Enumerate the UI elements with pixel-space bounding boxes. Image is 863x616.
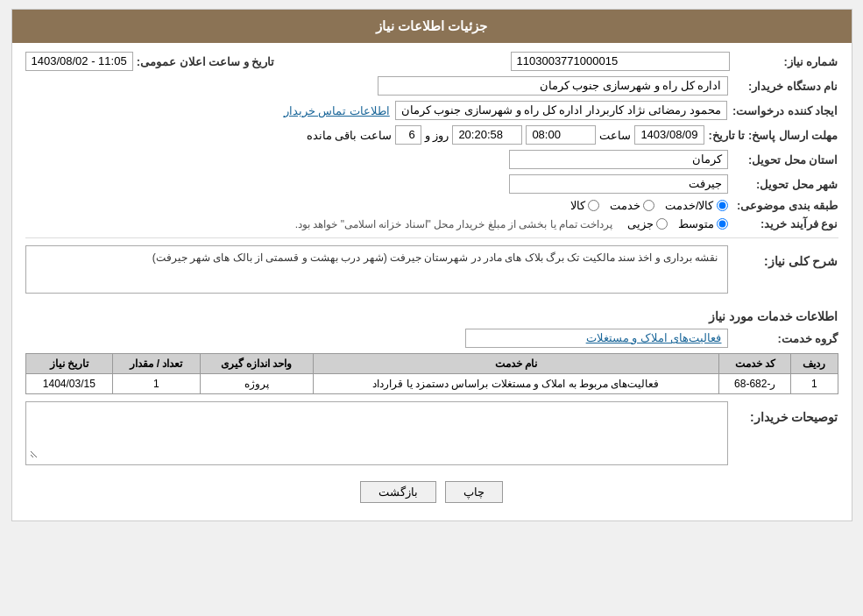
purchase-motavaset[interactable]: متوسط [678, 217, 728, 230]
category-kala-khedmat[interactable]: کالا/خدمت [665, 199, 728, 212]
col-count: تعداد / مقدار [113, 354, 201, 374]
category-khedmat-radio[interactable] [643, 200, 654, 211]
province-value: کرمان [509, 150, 728, 169]
deadline-label: مهلت ارسال پاسخ: تا تاریخ: [708, 129, 838, 142]
category-radio-group: کالا/خدمت خدمت کالا [570, 199, 728, 212]
buyer-notes-box[interactable] [25, 401, 728, 465]
group-service-value: فعالیت‌های املاک و مستغلات [465, 329, 728, 348]
deadline-time: 08:00 [526, 125, 596, 145]
creator-contact-link[interactable]: اطلاعات تماس خریدار [284, 104, 390, 117]
table-row: 1 ر-682-68 فعالیت‌های مربوط به املاک و م… [25, 374, 838, 394]
col-code: کد خدمت [719, 354, 791, 374]
buyer-notes-textarea[interactable] [30, 406, 724, 458]
group-service-label: گروه خدمت: [733, 332, 838, 345]
purchase-type-label: نوع فرآیند خرید: [733, 217, 838, 230]
category-khedmat-label: خدمت [610, 199, 640, 212]
purchase-note: پرداخت تمام یا بخشی از مبلغ خریدار محل "… [295, 218, 613, 230]
purchase-jozii-radio[interactable] [656, 218, 668, 230]
description-value: نقشه برداری و اخذ سند مالکیت تک برگ بلاک… [25, 245, 728, 294]
announce-date-label: تاریخ و ساعت اعلان عمومی: [137, 55, 275, 68]
creator-value: محمود رمضائی نژاد کاربردار اداره کل راه … [395, 101, 727, 120]
cell-date: 1404/03/15 [25, 374, 113, 394]
col-unit: واحد اندازه گیری [200, 354, 313, 374]
category-kala-radio[interactable] [588, 200, 599, 211]
province-label: استان محل تحویل: [733, 153, 838, 166]
cell-unit: پروژه [200, 374, 313, 394]
cell-name: فعالیت‌های مربوط به املاک و مستغلات براس… [313, 374, 718, 394]
announce-date-value: 1403/08/02 - 11:05 [25, 52, 133, 71]
category-kala-khedmat-radio[interactable] [717, 200, 728, 211]
col-name: نام خدمت [313, 354, 718, 374]
print-button[interactable]: چاپ [445, 481, 503, 503]
need-number-label: شماره نیاز: [733, 55, 838, 68]
requester-org-label: نام دستگاه خریدار: [733, 80, 838, 93]
deadline-days-label: روز و [425, 129, 449, 142]
deadline-date: 1403/08/09 [634, 125, 704, 145]
purchase-motavaset-radio[interactable] [717, 218, 728, 230]
purchase-motavaset-label: متوسط [678, 217, 714, 230]
category-kala-label: کالا [570, 199, 585, 212]
back-button[interactable]: بازگشت [360, 481, 436, 503]
cell-count: 1 [113, 374, 201, 394]
category-kala[interactable]: کالا [570, 199, 599, 212]
page-title: جزئیات اطلاعات نیاز [376, 18, 487, 33]
description-label: شرح کلی نیاز: [733, 254, 838, 268]
city-value: جیرفت [509, 174, 728, 194]
creator-label: ایجاد کننده درخواست: [732, 104, 838, 117]
category-kala-khedmat-label: کالا/خدمت [665, 199, 714, 212]
page-header: جزئیات اطلاعات نیاز [12, 10, 852, 43]
deadline-time-label: ساعت [599, 129, 631, 142]
cell-row: 1 [791, 374, 838, 394]
purchase-jozii[interactable]: جزیی [627, 217, 668, 230]
services-table: ردیف کد خدمت نام خدمت واحد اندازه گیری ت… [25, 353, 838, 394]
purchase-jozii-label: جزیی [627, 217, 654, 230]
col-row: ردیف [791, 354, 838, 374]
purchase-type-radio-group: متوسط جزیی [627, 217, 728, 230]
city-label: شهر محل تحویل: [733, 178, 838, 191]
buyer-notes-label: توصیحات خریدار: [733, 410, 838, 424]
category-khedmat[interactable]: خدمت [610, 199, 654, 212]
deadline-remaining: 20:20:58 [452, 125, 522, 145]
category-label: طبقه بندی موضوعی: [733, 199, 838, 212]
buttons-row: چاپ بازگشت [25, 481, 838, 503]
deadline-days: 6 [395, 125, 421, 145]
need-number-value: 1103003771000015 [511, 52, 730, 71]
services-section-title: اطلاعات خدمات مورد نیاز [25, 309, 838, 323]
deadline-remaining-label: ساعت باقی مانده [307, 129, 392, 142]
col-date: تاریخ نیاز [25, 354, 113, 374]
requester-org-value: اداره کل راه و شهرسازی جنوب کرمان [378, 76, 728, 96]
cell-code: ر-682-68 [719, 374, 791, 394]
